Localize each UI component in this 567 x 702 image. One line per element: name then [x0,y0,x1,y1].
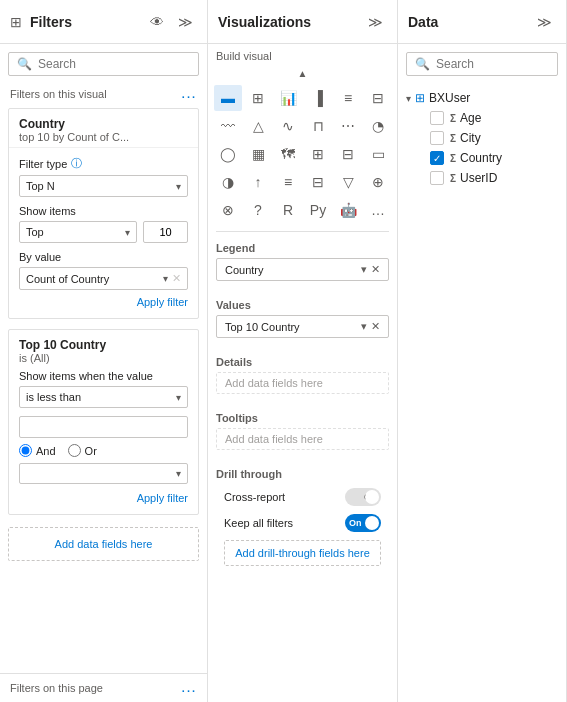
filter2-value-input[interactable] [19,416,188,438]
viz-details-add-field[interactable]: Add data fields here [216,372,389,394]
viz-icon-ribbon[interactable]: ⊓ [304,113,332,139]
data-header: Data ≫ [398,0,566,44]
data-check-city[interactable] [430,131,444,145]
viz-icon-100pct-col[interactable]: ⊟ [364,85,392,111]
cross-report-row: Cross-report Off [216,484,389,510]
viz-icon-gauge[interactable]: ◑ [214,169,242,195]
viz-more-icon[interactable]: ≫ [364,12,387,32]
viz-icon-matrix[interactable]: ⊟ [334,141,362,167]
filters-on-page: Filters on this page ... [0,673,207,702]
viz-icon-area[interactable]: △ [244,113,272,139]
data-field-age[interactable]: Σ Age [398,108,566,128]
data-sigma-country: Σ [450,153,456,164]
filters-search-input[interactable] [38,57,190,71]
show-items-row: Top ▾ [19,221,188,243]
viz-icon-line-area[interactable]: ∿ [274,113,302,139]
keep-filters-row: Keep all filters On [216,510,389,536]
data-field-city[interactable]: Σ City [398,128,566,148]
data-sigma-age: Σ [450,113,456,124]
filters-eye-icon[interactable]: 👁 [146,12,168,32]
apply-filter-link[interactable]: Apply filter [19,294,188,310]
cross-report-toggle[interactable]: Off [345,488,381,506]
keep-filters-toggle[interactable]: On [345,514,381,532]
viz-icon-python[interactable]: Py [304,197,332,223]
viz-legend-label: Legend [216,242,389,254]
viz-icon-bar-chart[interactable]: ▬ [214,85,242,111]
viz-tooltips-add-field[interactable]: Add data fields here [216,428,389,450]
viz-legend-section: Legend Country ▾ ✕ [208,236,397,293]
viz-values-pill[interactable]: Top 10 Country ▾ ✕ [216,315,389,338]
show-items-direction-dropdown[interactable]: Top ▾ [19,221,137,243]
filters-search-box[interactable]: 🔍 [8,52,199,76]
viz-icon-pie[interactable]: ◔ [364,113,392,139]
filter2-apply-link[interactable]: Apply filter [19,490,188,506]
tree-expand-icon: ▾ [406,93,411,104]
viz-icon-stacked-col[interactable]: 📊 [274,85,302,111]
viz-icon-clustered-col[interactable]: ▐ [304,85,332,111]
viz-icon-treemap[interactable]: ▦ [244,141,272,167]
filter2-condition-chevron: ▾ [176,392,181,403]
data-tree-root[interactable]: ▾ ⊞ BXUser [398,88,566,108]
viz-icon-ai[interactable]: 🤖 [334,197,362,223]
viz-legend-clear-icon[interactable]: ✕ [371,263,380,276]
add-drillthrough-button[interactable]: Add drill-through fields here [224,540,381,566]
viz-legend-chevron[interactable]: ▾ [361,263,367,276]
viz-icon-qa[interactable]: ? [244,197,272,223]
viz-icon-scatter[interactable]: ⋯ [334,113,362,139]
data-sigma-userid: Σ [450,173,456,184]
filter-type-info-icon[interactable]: ⓘ [71,156,82,171]
filters-add-data-button[interactable]: Add data fields here [8,527,199,561]
viz-icon-more[interactable]: … [364,197,392,223]
viz-icon-funnel[interactable]: ▽ [334,169,362,195]
filter2-subtitle: is (All) [19,352,188,364]
filter2-condition-dropdown[interactable]: is less than ▾ [19,386,188,408]
data-search-box[interactable]: 🔍 [406,52,558,76]
viz-legend-pill-right: ▾ ✕ [361,263,380,276]
viz-icon-donut[interactable]: ◯ [214,141,242,167]
data-check-country[interactable]: ✓ [430,151,444,165]
viz-icon-waterfall[interactable]: ⊟ [304,169,332,195]
data-more-icon[interactable]: ≫ [533,12,556,32]
viz-icon-key-influencer[interactable]: ⊗ [214,197,242,223]
viz-details-section: Details Add data fields here [208,350,397,406]
viz-values-chevron[interactable]: ▾ [361,320,367,333]
tree-db-icon: ⊞ [415,91,425,105]
viz-icon-100pct-bar[interactable]: ≡ [334,85,362,111]
by-value-chevron: ▾ [163,273,168,284]
filters-more-icon[interactable]: ≫ [174,12,197,32]
filter2-condition2-dropdown[interactable]: ▾ [19,463,188,484]
viz-icon-kpi[interactable]: ↑ [244,169,272,195]
by-value-dropdown[interactable]: Count of Country ▾ ✕ [19,267,188,290]
keep-filters-knob [365,516,379,530]
viz-values-clear-icon[interactable]: ✕ [371,320,380,333]
viz-icon-card[interactable]: ▭ [364,141,392,167]
filter2-show-label: Show items when the value [19,370,188,382]
viz-icon-slicer[interactable]: ≡ [274,169,302,195]
show-items-count-input[interactable] [143,221,188,243]
data-search-icon: 🔍 [415,57,430,71]
data-tree: ▾ ⊞ BXUser Σ Age Σ City ✓ Σ Country Σ Us… [398,84,566,702]
data-field-userid[interactable]: Σ UserID [398,168,566,188]
viz-icon-clustered-bar[interactable]: ⊞ [244,85,272,111]
filter2-title: Top 10 Country [19,338,188,352]
viz-icon-r-script[interactable]: R [274,197,302,223]
viz-chevron-up[interactable]: ▲ [208,66,397,81]
data-sigma-city: Σ [450,133,456,144]
filter2-or-radio[interactable]: Or [68,444,97,457]
data-check-userid[interactable] [430,171,444,185]
viz-tooltips-section: Tooltips Add data fields here [208,406,397,462]
viz-header-icons: ≫ [364,12,387,32]
data-check-age[interactable] [430,111,444,125]
cross-report-label: Cross-report [224,491,285,503]
data-field-country[interactable]: ✓ Σ Country [398,148,566,168]
viz-icon-table[interactable]: ⊞ [304,141,332,167]
viz-legend-pill[interactable]: Country ▾ ✕ [216,258,389,281]
data-search-input[interactable] [436,57,567,71]
by-value-clear-icon[interactable]: ✕ [172,272,181,285]
show-items-chevron: ▾ [125,227,130,238]
filter2-and-radio[interactable]: And [19,444,56,457]
filter-type-dropdown[interactable]: Top N ▾ [19,175,188,197]
viz-icon-map[interactable]: 🗺 [274,141,302,167]
viz-icon-line[interactable]: 〰 [214,113,242,139]
viz-icon-decomp[interactable]: ⊕ [364,169,392,195]
